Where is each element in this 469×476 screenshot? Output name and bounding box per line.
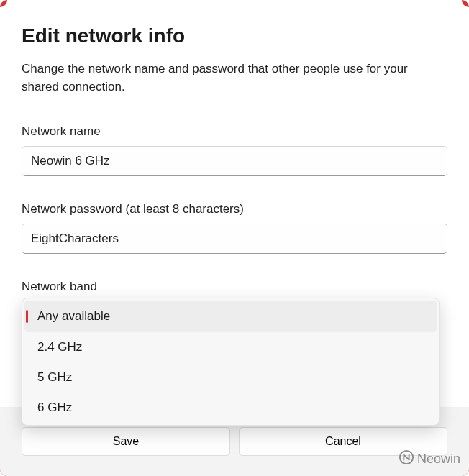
band-option-5-ghz[interactable]: 5 GHz [24, 362, 437, 393]
band-option-6-ghz[interactable]: 6 GHz [24, 393, 437, 423]
band-option-label: 5 GHz [37, 370, 72, 385]
save-button-label: Save [113, 435, 139, 448]
network-password-group: Network password (at least 8 characters) [22, 202, 447, 254]
band-option-2-4-ghz[interactable]: 2.4 GHz [24, 332, 437, 362]
network-band-group: Network band [22, 280, 447, 294]
dialog-content: Edit network info Change the network nam… [0, 0, 469, 294]
band-option-any-available[interactable]: Any available [24, 301, 437, 332]
network-band-label: Network band [22, 280, 447, 294]
network-name-input[interactable] [22, 146, 447, 176]
band-option-label: Any available [37, 309, 110, 324]
dialog-title: Edit network info [22, 24, 447, 47]
band-option-label: 6 GHz [37, 401, 72, 415]
cancel-button-label: Cancel [325, 435, 361, 448]
network-name-label: Network name [22, 124, 447, 139]
edit-network-dialog: Edit network info Change the network nam… [0, 0, 469, 476]
network-password-input[interactable] [22, 224, 447, 254]
band-option-label: 2.4 GHz [37, 340, 82, 354]
save-button[interactable]: Save [22, 427, 230, 456]
dialog-subtitle: Change the network name and password tha… [22, 60, 447, 96]
network-name-group: Network name [22, 124, 447, 176]
network-password-label: Network password (at least 8 characters) [22, 202, 447, 216]
cancel-button[interactable]: Cancel [239, 427, 447, 456]
network-band-dropdown[interactable]: Any available 2.4 GHz 5 GHz 6 GHz [22, 298, 440, 426]
